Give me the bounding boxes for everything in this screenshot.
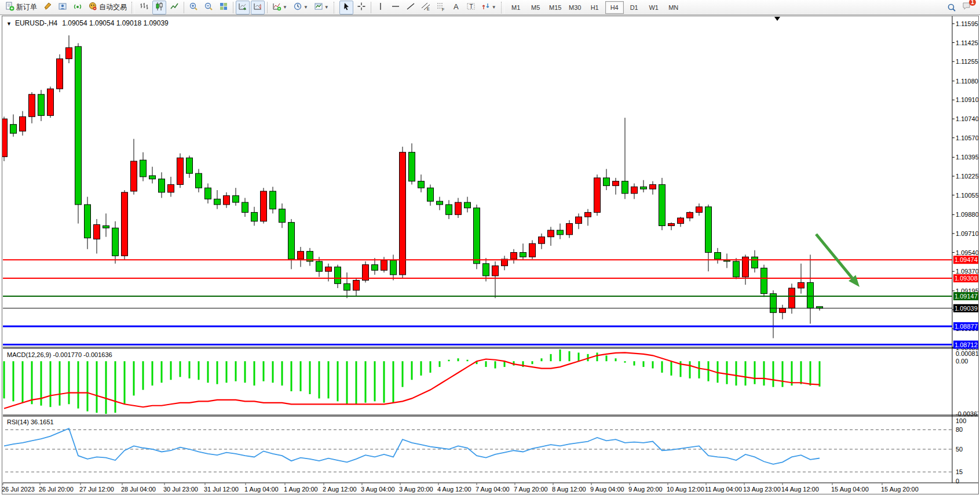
candle-body xyxy=(140,160,147,177)
toolbar-button-chart-shift[interactable] xyxy=(251,1,265,14)
chevron-down-icon[interactable]: ▼ xyxy=(283,5,287,10)
date-tick-label: 15 Aug 04:00 xyxy=(831,486,869,493)
timeframe-button-w1[interactable]: W1 xyxy=(645,1,663,14)
candle-body xyxy=(715,253,721,260)
candle-body xyxy=(687,212,693,218)
rsi-axis-label: 15 xyxy=(956,468,963,475)
price-line-badge-label: 1.08712 xyxy=(955,341,978,348)
cursor-icon xyxy=(342,2,351,13)
candle-body xyxy=(242,202,248,212)
autoscroll-icon xyxy=(238,2,247,13)
candle-body xyxy=(344,283,350,290)
candle-body xyxy=(47,89,54,115)
candle-body xyxy=(659,184,665,225)
toolbar-button-indicators[interactable]: ▼ xyxy=(270,1,290,14)
search-icon[interactable] xyxy=(945,1,959,14)
date-tick-label: 9 Aug 04:00 xyxy=(590,486,624,493)
toolbar-button-auto-scroll[interactable] xyxy=(236,1,250,14)
chevron-down-icon[interactable]: ▼ xyxy=(303,5,308,10)
date-tick-label: 7 Aug 04:00 xyxy=(476,486,510,493)
candle-body xyxy=(705,207,712,253)
candle-body xyxy=(233,196,239,203)
toolbar-button-text-label[interactable]: T xyxy=(464,1,478,14)
candle-body xyxy=(288,223,295,259)
toolbar-button-crosshair[interactable] xyxy=(354,1,368,14)
timeframe-button-d1[interactable]: D1 xyxy=(625,1,643,14)
timeframe-button-mn[interactable]: MN xyxy=(664,1,683,14)
toolbar-button-cursor[interactable] xyxy=(339,1,353,14)
date-tick-label: 26 Jul 20:00 xyxy=(39,486,74,493)
toolbar-button-candlestick-chart[interactable] xyxy=(152,1,166,14)
candle-body xyxy=(261,191,267,221)
toolbar-button-equidistant-channel[interactable]: E xyxy=(419,1,433,14)
candle-body xyxy=(75,46,82,205)
macd-axis-label: 0.00 xyxy=(956,358,968,365)
toolbar-button-trendline[interactable] xyxy=(404,1,418,14)
toolbar-button-signals[interactable] xyxy=(71,1,85,14)
toolbar-button-line-chart[interactable] xyxy=(167,1,181,14)
date-tick-label: 26 Jul 2023 xyxy=(2,486,35,493)
candle-body xyxy=(270,191,276,209)
candle-body xyxy=(316,261,323,271)
toolbar-separator xyxy=(233,2,233,13)
candle-body xyxy=(437,201,443,205)
chart-canvas[interactable]: 1.115951.114251.112551.110801.109101.107… xyxy=(2,16,978,494)
candle-body xyxy=(529,243,536,257)
zoom-out-icon xyxy=(204,2,213,13)
toolbar-separator xyxy=(184,2,184,13)
candle-body xyxy=(57,59,63,89)
arrow-annotation[interactable] xyxy=(816,234,852,278)
price-tick-label: 1.09540 xyxy=(956,249,978,256)
toolbar-button-arrows[interactable]: ▼ xyxy=(479,1,499,14)
toolbar-button-text[interactable]: A xyxy=(449,1,463,14)
candle-body xyxy=(566,224,573,235)
toolbar-button-zoom-in[interactable] xyxy=(187,1,200,14)
candle-body xyxy=(465,202,471,208)
toolbar-button-tile-windows[interactable] xyxy=(217,1,231,14)
chart-window[interactable]: ▼EURUSD-,H41.09054 1.09054 1.09018 1.090… xyxy=(2,16,979,494)
vline-icon xyxy=(376,2,385,13)
price-tick-label: 1.10570 xyxy=(956,134,978,141)
chevron-down-icon[interactable]: ▼ xyxy=(324,5,329,10)
notifications-icon[interactable]: 1 xyxy=(960,1,974,14)
svg-text:A: A xyxy=(454,2,459,11)
chart-shift-marker[interactable] xyxy=(774,17,780,21)
toolbar-button-zoom-out[interactable] xyxy=(202,1,215,14)
candle-body xyxy=(168,184,174,192)
toolbar-button-new-order[interactable]: 新订单 xyxy=(3,1,39,14)
toolbar-button-horizontal-line[interactable] xyxy=(389,1,403,14)
timeframe-button-h1[interactable]: H1 xyxy=(586,1,604,14)
toolbar-separator xyxy=(501,2,504,13)
timeframe-button-h4[interactable]: H4 xyxy=(605,1,624,14)
candle-body xyxy=(576,217,582,224)
candle-body xyxy=(122,192,128,256)
chevron-down-icon[interactable]: ▼ xyxy=(492,5,496,10)
price-line-badge-label: 1.09147 xyxy=(955,293,978,300)
zoom-in-icon xyxy=(189,2,198,13)
date-tick-label: 11 Aug 04:00 xyxy=(705,486,742,493)
timeframe-button-m30[interactable]: M30 xyxy=(566,1,584,14)
toolbar-button-styler[interactable] xyxy=(41,1,54,14)
new-order-icon xyxy=(5,2,14,13)
toolbar-button-fibonacci[interactable]: F xyxy=(434,1,448,14)
collapse-icon[interactable]: ▼ xyxy=(6,21,12,27)
chartshift-icon xyxy=(253,2,262,13)
candle-body xyxy=(604,178,610,185)
toolbar-button-auto-trading[interactable]: 自动交易 xyxy=(86,1,129,14)
toolbar-button-vertical-line[interactable] xyxy=(374,1,387,14)
timeframe-button-m15[interactable]: M15 xyxy=(546,1,565,14)
toolbar-button-periods[interactable]: ▼ xyxy=(291,1,310,14)
candle-body xyxy=(650,184,656,189)
macd-axis-label: 0.000818 xyxy=(956,350,978,357)
toolbar-button-bar-chart[interactable] xyxy=(137,1,151,14)
toolbar-button-templates[interactable]: ▼ xyxy=(312,1,331,14)
timeframe-button-m1[interactable]: M1 xyxy=(507,1,525,14)
timeframe-button-m5[interactable]: M5 xyxy=(526,1,545,14)
candle-body xyxy=(279,209,286,223)
toolbar-button-profiles[interactable] xyxy=(56,1,70,14)
candle-body xyxy=(66,48,72,59)
toolbar-separator xyxy=(334,2,337,13)
bars-icon xyxy=(140,2,149,13)
toolbar-button-label: 新订单 xyxy=(16,2,37,12)
candle-body xyxy=(752,257,758,268)
